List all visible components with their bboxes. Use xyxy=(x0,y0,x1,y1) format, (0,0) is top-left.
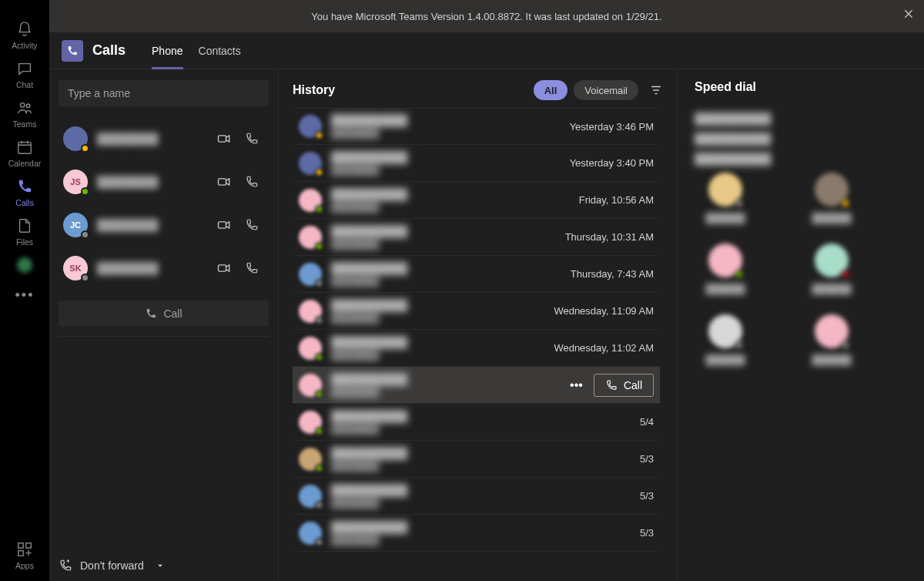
rail-label: Teams xyxy=(13,119,37,129)
svg-rect-2 xyxy=(18,143,32,154)
rail-apps[interactable]: Apps xyxy=(0,534,49,573)
presence-badge xyxy=(315,427,323,435)
video-call-icon[interactable] xyxy=(216,131,232,146)
filter-icon[interactable] xyxy=(649,83,663,97)
history-timestamp: 5/3 xyxy=(640,453,654,465)
avatar xyxy=(299,115,322,138)
filter-voicemail[interactable]: Voicemail xyxy=(574,80,638,100)
history-timestamp: Yesterday 3:46 PM xyxy=(570,121,654,133)
call-button-label: Call xyxy=(163,307,182,320)
rail-teams[interactable]: Teams xyxy=(0,92,49,132)
speed-dial-item[interactable]: ██████ xyxy=(695,173,756,223)
history-row[interactable]: ██████████████████ 5/3 xyxy=(293,515,660,552)
svg-rect-4 xyxy=(26,543,31,548)
speed-dial-item[interactable]: ██████ xyxy=(801,173,862,223)
history-row[interactable]: ██████████████████ 5/4 xyxy=(293,404,660,441)
avatar xyxy=(299,263,322,286)
history-timestamp: Yesterday 3:40 PM xyxy=(570,157,654,169)
speed-dial-grid: ██████ ██████ xyxy=(695,243,907,294)
speed-dial-item[interactable]: ██████ xyxy=(695,314,756,365)
rail-chat[interactable]: Chat xyxy=(0,53,49,92)
svg-rect-5 xyxy=(18,551,23,556)
rail-calls[interactable]: Calls xyxy=(0,171,49,210)
speed-dial-name: ██████ xyxy=(812,284,851,294)
video-call-icon[interactable] xyxy=(216,217,232,233)
history-row[interactable]: ██████████████████ Yesterday 3:46 PM xyxy=(293,108,660,145)
search-input[interactable] xyxy=(59,80,269,106)
speed-dial-item[interactable]: ██████ xyxy=(695,243,756,294)
history-timestamp: Thursday, 7:43 AM xyxy=(571,268,654,280)
page-title: Calls xyxy=(92,42,126,59)
video-call-icon[interactable] xyxy=(216,174,232,190)
rail-files[interactable]: Files xyxy=(0,210,49,250)
speed-dial-name: ██████ xyxy=(705,213,745,223)
rail-calendar[interactable]: Calendar xyxy=(0,132,49,171)
contact-name: ████████ xyxy=(97,176,216,188)
presence-badge xyxy=(315,353,323,361)
history-row[interactable]: ██████████████████ ••• Call xyxy=(293,367,660,404)
contact-row[interactable]: JS ████████ xyxy=(59,160,269,203)
call-back-button[interactable]: Call xyxy=(594,374,654,397)
speed-dial-item[interactable]: ██████ xyxy=(801,314,862,365)
forward-label: Don't forward xyxy=(80,559,144,572)
avatar xyxy=(299,485,322,508)
presence-badge xyxy=(315,279,323,287)
history-timestamp: Wednesday, 11:09 AM xyxy=(554,305,654,317)
tab-contacts[interactable]: Contacts xyxy=(191,32,249,69)
speed-dial-name: ██████ xyxy=(705,354,745,365)
audio-call-icon[interactable] xyxy=(244,260,259,276)
history-row[interactable]: ██████████████████ Wednesday, 11:02 AM xyxy=(293,330,660,367)
rail-label: Activity xyxy=(12,41,37,50)
history-name: ██████████████████ xyxy=(331,188,579,213)
contacts-column: ████████ JS ████████ JC ████████ xyxy=(49,69,279,581)
history-row[interactable]: ██████████████████ Thursday, 10:31 AM xyxy=(293,219,660,256)
history-row[interactable]: ██████████████████ Yesterday 3:40 PM xyxy=(293,145,660,182)
contact-name: ████████ xyxy=(97,262,216,274)
history-list: ██████████████████ Yesterday 3:46 PM ███… xyxy=(293,108,663,552)
avatar xyxy=(299,337,322,360)
history-name: ██████████████████ xyxy=(331,484,640,509)
history-row[interactable]: ██████████████████ Friday, 10:56 AM xyxy=(293,182,660,219)
rail-activity[interactable]: Activity xyxy=(0,14,49,53)
calls-app-icon xyxy=(62,40,83,62)
history-row[interactable]: ██████████████████ Wednesday, 11:09 AM xyxy=(293,293,660,330)
avatar xyxy=(708,314,742,348)
avatar xyxy=(815,314,849,348)
history-name: ██████████████████ xyxy=(331,299,554,324)
svg-point-1 xyxy=(26,104,30,108)
call-button[interactable]: Call xyxy=(59,301,269,327)
presence-badge xyxy=(81,187,89,196)
history-row[interactable]: ██████████████████ Thursday, 7:43 AM xyxy=(293,256,660,293)
tab-phone[interactable]: Phone xyxy=(144,32,190,69)
contact-row[interactable]: JC ████████ xyxy=(59,203,269,247)
audio-call-icon[interactable] xyxy=(244,174,259,190)
svg-rect-6 xyxy=(219,136,226,142)
presence-badge xyxy=(81,144,89,153)
video-call-icon[interactable] xyxy=(216,260,232,276)
speed-dial-item[interactable]: ██████ xyxy=(801,243,862,294)
avatar xyxy=(708,173,742,207)
history-timestamp: 5/3 xyxy=(640,527,654,539)
history-name: ██████████████████ xyxy=(331,373,565,398)
avatar xyxy=(299,374,322,397)
close-icon[interactable] xyxy=(902,8,915,20)
filter-all[interactable]: All xyxy=(534,80,568,100)
contact-row[interactable]: SK ████████ xyxy=(59,247,269,290)
contact-list: ████████ JS ████████ JC ████████ xyxy=(59,117,269,290)
rail-unknown-app[interactable] xyxy=(0,250,49,280)
more-icon[interactable]: ••• xyxy=(565,378,588,392)
app-rail: Activity Chat Teams Calendar Calls Files xyxy=(0,0,49,581)
presence-badge xyxy=(81,274,89,282)
history-row[interactable]: ██████████████████ 5/3 xyxy=(293,441,660,478)
forward-settings[interactable]: Don't forward xyxy=(49,550,278,581)
audio-call-icon[interactable] xyxy=(244,217,259,233)
speed-dial-name: ██████ xyxy=(812,354,851,365)
audio-call-icon[interactable] xyxy=(244,131,259,146)
rail-label: Apps xyxy=(15,561,34,570)
contact-row[interactable]: ████████ xyxy=(59,117,269,160)
phone-icon xyxy=(15,177,34,196)
rail-more[interactable]: ••• xyxy=(0,280,49,310)
history-row[interactable]: ██████████████████ 5/3 xyxy=(293,478,660,515)
history-name: ██████████████████ xyxy=(331,410,640,435)
main-area: You have Microsoft Teams Version 1.4.00.… xyxy=(49,0,924,581)
